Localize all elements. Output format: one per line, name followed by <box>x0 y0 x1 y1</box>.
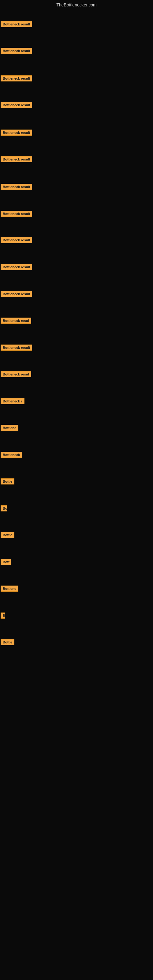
bottleneck-item-16[interactable]: Bottlene <box>1 425 18 432</box>
bottleneck-item-17[interactable]: Bottleneck <box>1 452 22 459</box>
bottleneck-badge-19: Bo <box>1 505 7 511</box>
bottleneck-badge-4: Bottleneck result <box>1 102 32 108</box>
bottleneck-item-13[interactable]: Bottleneck result <box>1 345 32 352</box>
bottleneck-badge-24: Bottle <box>1 639 14 645</box>
bottleneck-badge-15: Bottleneck r <box>1 398 24 404</box>
bottleneck-item-8[interactable]: Bottleneck result <box>1 211 32 218</box>
bottleneck-badge-6: Bottleneck result <box>1 156 32 162</box>
bottleneck-item-20[interactable]: Bottle <box>1 532 14 539</box>
bottleneck-item-11[interactable]: Bottleneck result <box>1 291 32 298</box>
site-title: TheBottlenecker.com <box>0 0 153 10</box>
bottleneck-item-5[interactable]: Bottleneck result <box>1 130 32 137</box>
bottleneck-badge-16: Bottlene <box>1 425 18 431</box>
bottleneck-badge-5: Bottleneck result <box>1 130 32 136</box>
bottleneck-item-23[interactable]: B <box>1 612 5 620</box>
bottleneck-item-2[interactable]: Bottleneck result <box>1 48 32 55</box>
bottleneck-badge-13: Bottleneck result <box>1 345 32 351</box>
bottleneck-badge-22: Bottlene <box>1 585 18 592</box>
bottleneck-item-19[interactable]: Bo <box>1 505 7 513</box>
bottleneck-item-7[interactable]: Bottleneck result <box>1 184 32 191</box>
bottleneck-item-10[interactable]: Bottleneck result <box>1 264 32 271</box>
bottleneck-item-14[interactable]: Bottleneck resul <box>1 371 31 379</box>
bottleneck-item-15[interactable]: Bottleneck r <box>1 398 24 406</box>
bottleneck-item-22[interactable]: Bottlene <box>1 585 18 593</box>
bottleneck-badge-11: Bottleneck result <box>1 291 32 297</box>
bottleneck-badge-2: Bottleneck result <box>1 48 32 54</box>
bottleneck-item-6[interactable]: Bottleneck result <box>1 156 32 164</box>
bottleneck-badge-12: Bottleneck resul <box>1 318 31 324</box>
bottleneck-badge-14: Bottleneck resul <box>1 371 31 377</box>
bottleneck-item-12[interactable]: Bottleneck resul <box>1 318 31 325</box>
bottleneck-badge-18: Bottle <box>1 478 14 485</box>
bottleneck-badge-20: Bottle <box>1 532 14 538</box>
bottleneck-item-4[interactable]: Bottleneck result <box>1 102 32 109</box>
bottleneck-item-24[interactable]: Bottle <box>1 639 14 646</box>
bottleneck-badge-3: Bottleneck result <box>1 75 32 81</box>
bottleneck-item-3[interactable]: Bottleneck result <box>1 75 32 83</box>
bottleneck-item-9[interactable]: Bottleneck result <box>1 237 32 244</box>
bottleneck-badge-9: Bottleneck result <box>1 237 32 243</box>
bottleneck-badge-23: B <box>1 612 5 619</box>
bottleneck-badge-7: Bottleneck result <box>1 184 32 190</box>
bottleneck-item-21[interactable]: Bott <box>1 559 11 566</box>
bottleneck-badge-8: Bottleneck result <box>1 211 32 217</box>
bottleneck-badge-1: Bottleneck result <box>1 21 32 27</box>
bottleneck-item-18[interactable]: Bottle <box>1 478 14 486</box>
bottleneck-item-1[interactable]: Bottleneck result <box>1 21 32 29</box>
bottleneck-badge-17: Bottleneck <box>1 452 22 458</box>
bottleneck-badge-21: Bott <box>1 559 11 565</box>
bottleneck-badge-10: Bottleneck result <box>1 264 32 270</box>
